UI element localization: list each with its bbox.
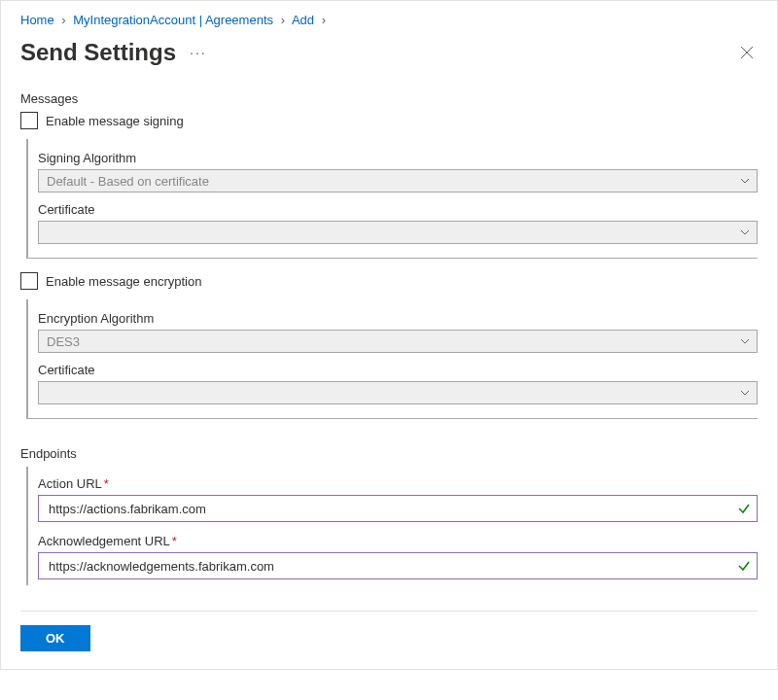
encryption-certificate-label: Certificate [38, 363, 758, 377]
ack-url-label: Acknowledgement URL* [38, 534, 758, 548]
page-title: Send Settings [20, 39, 176, 66]
action-url-label: Action URL* [38, 476, 758, 491]
messages-heading: Messages [20, 91, 758, 106]
breadcrumb-add[interactable]: Add [292, 13, 314, 27]
action-url-field-wrap [38, 495, 758, 522]
footer: OK [20, 611, 758, 651]
chevron-down-icon [739, 227, 751, 238]
encryption-algorithm-label: Encryption Algorithm [38, 311, 758, 326]
checkmark-icon [737, 559, 751, 573]
chevron-down-icon [739, 387, 751, 399]
signing-algorithm-value: Default - Based on certificate [47, 174, 209, 189]
breadcrumb-account[interactable]: MyIntegrationAccount | Agreements [73, 13, 273, 27]
signing-subpanel: Signing Algorithm Default - Based on cer… [26, 139, 758, 259]
send-settings-panel: Home › MyIntegrationAccount | Agreements… [0, 0, 778, 670]
chevron-down-icon [739, 175, 751, 187]
breadcrumb-home[interactable]: Home [20, 13, 54, 27]
chevron-down-icon [739, 335, 751, 347]
close-button[interactable] [736, 42, 758, 63]
required-star-icon: * [172, 534, 177, 548]
enable-encryption-row: Enable message encryption [20, 272, 758, 290]
chevron-right-icon: › [277, 13, 289, 27]
chevron-right-icon: › [318, 13, 330, 27]
signing-algorithm-select[interactable]: Default - Based on certificate [38, 169, 758, 192]
encryption-algorithm-select[interactable]: DES3 [38, 330, 758, 353]
action-url-input[interactable] [47, 501, 729, 517]
enable-encryption-checkbox[interactable] [20, 272, 38, 290]
enable-signing-label: Enable message signing [46, 114, 184, 128]
signing-certificate-select[interactable] [38, 221, 758, 244]
enable-encryption-label: Enable message encryption [46, 274, 201, 289]
required-star-icon: * [104, 476, 109, 491]
more-actions-icon[interactable]: ··· [190, 45, 207, 60]
endpoints-group: Action URL* Acknowledgement URL* [26, 467, 758, 585]
enable-signing-row: Enable message signing [20, 112, 758, 129]
close-icon [740, 46, 754, 59]
enable-signing-checkbox[interactable] [20, 112, 38, 129]
signing-algorithm-label: Signing Algorithm [38, 151, 758, 165]
chevron-right-icon: › [57, 13, 69, 27]
encryption-algorithm-value: DES3 [47, 334, 80, 349]
checkmark-icon [737, 502, 751, 515]
ack-url-field-wrap [38, 552, 758, 579]
ack-url-input[interactable] [47, 558, 729, 575]
endpoints-heading: Endpoints [20, 446, 758, 461]
title-row: Send Settings ··· [20, 39, 758, 66]
signing-certificate-label: Certificate [38, 202, 758, 217]
encryption-certificate-select[interactable] [38, 381, 758, 404]
breadcrumb: Home › MyIntegrationAccount | Agreements… [20, 1, 758, 33]
ok-button[interactable]: OK [20, 625, 90, 651]
encryption-subpanel: Encryption Algorithm DES3 Certificate [26, 299, 758, 419]
